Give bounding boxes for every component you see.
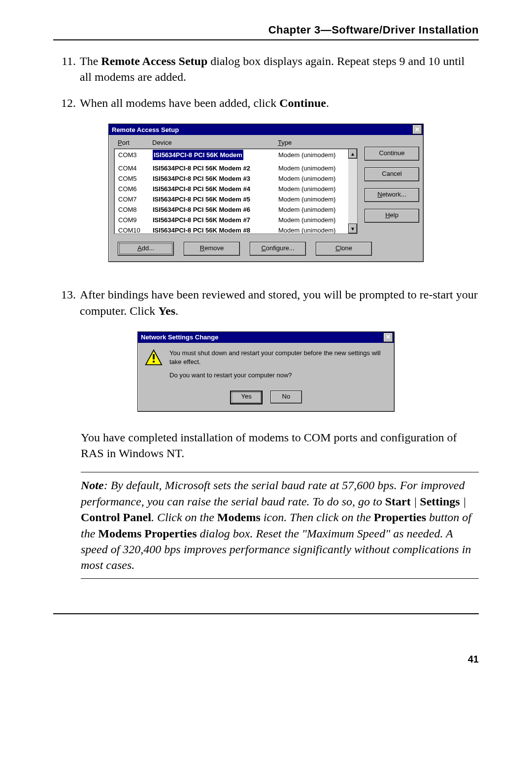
step-bold: Remote Access Setup bbox=[101, 55, 207, 67]
cell-device: ISI5634PCI-8 PCI 56K Modem #6 bbox=[153, 204, 278, 215]
list-row[interactable]: COM4 ISI5634PCI-8 PCI 56K Modem #2 Modem… bbox=[114, 163, 357, 173]
message-line2: Do you want to restart your computer now… bbox=[169, 371, 387, 380]
remove-button[interactable]: Remove bbox=[184, 242, 240, 256]
help-button[interactable]: Help bbox=[365, 209, 419, 223]
close-icon[interactable]: ✕ bbox=[412, 125, 422, 134]
dialog-title: Network Settings Change bbox=[141, 333, 218, 341]
note-bold: Modems bbox=[217, 511, 261, 524]
note-rule-top bbox=[81, 472, 479, 472]
header-device: Device bbox=[152, 139, 278, 146]
step-text: After bindings have been reviewed and st… bbox=[80, 288, 478, 317]
cell-type: Modem (unimodem) bbox=[278, 150, 357, 163]
step-text: . bbox=[326, 97, 329, 109]
svg-rect-1 bbox=[153, 354, 155, 360]
cell-device: ISI5634PCI-8 PCI 56K Modem #5 bbox=[153, 194, 278, 204]
footer-rule bbox=[53, 613, 479, 614]
note-bold: Settings bbox=[420, 495, 460, 508]
cell-port: COM8 bbox=[118, 204, 153, 215]
cell-device: ISI5634PCI-8 PCI 56K Modem #3 bbox=[153, 173, 278, 184]
note-text: icon. Then click on the bbox=[261, 511, 374, 524]
list-row[interactable]: COM8 ISI5634PCI-8 PCI 56K Modem #6 Modem… bbox=[114, 204, 357, 215]
note-rule-bottom bbox=[81, 578, 479, 579]
note-bold: Start bbox=[385, 495, 411, 508]
step-13: 13. After bindings have been reviewed an… bbox=[53, 287, 479, 319]
step-text: The bbox=[80, 55, 101, 67]
cell-type: Modem (unimodem) bbox=[278, 194, 357, 204]
cell-port: COM10 bbox=[118, 225, 153, 234]
list-header: Port Device Type bbox=[114, 139, 358, 146]
network-settings-change-dialog: Network Settings Change ✕ You must shut … bbox=[137, 332, 395, 412]
list-row[interactable]: COM6 ISI5634PCI-8 PCI 56K Modem #4 Modem… bbox=[114, 184, 357, 194]
list-row[interactable]: COM9 ISI5634PCI-8 PCI 56K Modem #7 Modem… bbox=[114, 215, 357, 225]
note-bold: Modems Properties bbox=[98, 527, 197, 540]
step-bold: Yes bbox=[158, 304, 175, 317]
step-number: 11. bbox=[53, 53, 80, 85]
completion-paragraph: You have completed installation of modem… bbox=[81, 430, 479, 462]
cell-type: Modem (unimodem) bbox=[278, 204, 357, 215]
list-row[interactable]: COM3 ISI5634PCI-8 PCI 56K Modem Modem (u… bbox=[114, 150, 357, 163]
step-number: 12. bbox=[53, 95, 80, 111]
step-text: When all modems have been added, click bbox=[80, 97, 279, 109]
scrollbar-track[interactable] bbox=[348, 159, 357, 224]
yes-button[interactable]: Yes bbox=[230, 391, 263, 404]
cell-port: COM3 bbox=[118, 150, 153, 163]
message-line1: You must shut down and restart your comp… bbox=[169, 349, 387, 366]
step-bold: Continue bbox=[279, 97, 326, 109]
step-11: 11. The Remote Access Setup dialog box d… bbox=[53, 53, 479, 85]
list-row[interactable]: COM10 ISI5634PCI-8 PCI 56K Modem #8 Mode… bbox=[114, 225, 357, 234]
cell-device: ISI5634PCI-8 PCI 56K Modem #2 bbox=[153, 163, 278, 173]
continue-button[interactable]: Continue bbox=[365, 147, 419, 161]
step-number: 13. bbox=[53, 287, 80, 319]
note-bold: Properties bbox=[374, 511, 426, 524]
list-row[interactable]: COM7 ISI5634PCI-8 PCI 56K Modem #5 Modem… bbox=[114, 194, 357, 204]
list-row[interactable]: COM5 ISI5634PCI-8 PCI 56K Modem #3 Modem… bbox=[114, 173, 357, 184]
cell-type: Modem (unimodem) bbox=[278, 215, 357, 225]
page-number: 41 bbox=[468, 654, 479, 665]
scroll-up-icon[interactable]: ▲ bbox=[348, 149, 357, 159]
close-icon[interactable]: ✕ bbox=[383, 333, 393, 342]
scroll-down-icon[interactable]: ▼ bbox=[348, 224, 357, 233]
svg-rect-2 bbox=[153, 361, 155, 363]
cell-port: COM6 bbox=[118, 184, 153, 194]
cell-device: ISI5634PCI-8 PCI 56K Modem #4 bbox=[153, 184, 278, 194]
cancel-button[interactable]: Cancel bbox=[365, 167, 419, 181]
titlebar: Network Settings Change ✕ bbox=[138, 332, 394, 343]
remote-access-setup-dialog: Remote Access Setup ✕ Port Device Type C… bbox=[108, 124, 424, 262]
cell-type: Modem (unimodem) bbox=[278, 163, 357, 173]
cell-type: Modem (unimodem) bbox=[278, 173, 357, 184]
add-button[interactable]: Add... bbox=[118, 242, 174, 256]
cell-device: ISI5634PCI-8 PCI 56K Modem bbox=[153, 150, 243, 160]
vertical-scrollbar[interactable]: ▲ ▼ bbox=[348, 149, 357, 233]
clone-button[interactable]: Clone bbox=[316, 242, 372, 256]
cell-device: ISI5634PCI-8 PCI 56K Modem #7 bbox=[153, 215, 278, 225]
configure-button[interactable]: Configure... bbox=[250, 242, 306, 256]
cell-port: COM4 bbox=[118, 163, 153, 173]
dialog-title: Remote Access Setup bbox=[112, 126, 179, 133]
step-text: . bbox=[175, 304, 178, 317]
no-button[interactable]: No bbox=[270, 391, 302, 403]
network-button[interactable]: Network... bbox=[365, 188, 419, 202]
note-lead: Note bbox=[81, 479, 104, 492]
step-12: 12. When all modems have been added, cli… bbox=[53, 95, 479, 111]
note-text: . Click on the bbox=[151, 511, 217, 524]
header-rule bbox=[53, 39, 479, 40]
titlebar: Remote Access Setup ✕ bbox=[109, 124, 423, 135]
cell-type: Modem (unimodem) bbox=[278, 184, 357, 194]
modem-listbox[interactable]: COM3 ISI5634PCI-8 PCI 56K Modem Modem (u… bbox=[114, 148, 358, 234]
cell-port: COM9 bbox=[118, 215, 153, 225]
note-bold: Control Panel bbox=[81, 511, 151, 524]
warning-icon bbox=[145, 349, 163, 366]
note-block: Note: By default, Microsoft sets the ser… bbox=[81, 472, 479, 578]
cell-device: ISI5634PCI-8 PCI 56K Modem #8 bbox=[153, 225, 278, 234]
chapter-heading: Chapter 3—Software/Driver Installation bbox=[53, 24, 479, 36]
cell-port: COM7 bbox=[118, 194, 153, 204]
header-port: P bbox=[118, 139, 122, 146]
cell-type: Modem (unimodem) bbox=[278, 225, 357, 234]
cell-port: COM5 bbox=[118, 173, 153, 184]
